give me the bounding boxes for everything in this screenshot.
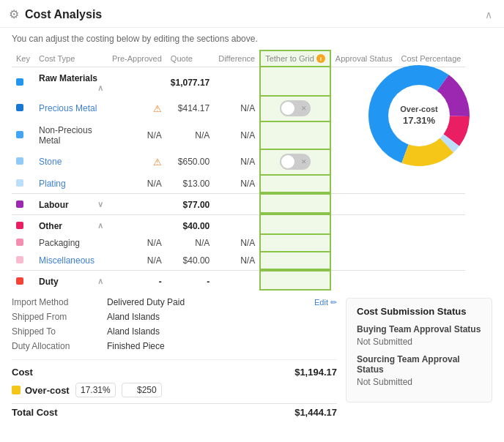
precious-metal-quote: $414.17 [166, 96, 214, 121]
donut-chart-container: Over-cost 17.31% [346, 50, 492, 174]
packaging-tether [260, 234, 330, 252]
totals-section: Cost $1,194.17 Over-cost Total Cost $1,4… [12, 359, 337, 420]
cost-analysis-icon: ⚙ [9, 7, 19, 21]
duty-chevron[interactable]: ∧ [97, 277, 103, 286]
non-precious-diff: N/A [214, 121, 260, 149]
non-precious-color [16, 131, 23, 138]
other-diff [214, 214, 260, 234]
overcost-row: Over-cost [12, 380, 337, 400]
stone-pre: ⚠ [108, 149, 166, 175]
raw-materials-chevron[interactable]: ∧ [97, 83, 103, 93]
shipped-from-value: Aland Islands [107, 312, 337, 322]
edit-pencil-icon: ✏ [330, 298, 337, 307]
page-title: Cost Analysis [25, 8, 102, 21]
labour-tether [260, 194, 330, 214]
raw-materials-pre [108, 67, 166, 96]
precious-metal-toggle[interactable]: ✕ [280, 100, 311, 116]
right-panel: Over-cost 17.31% [346, 50, 492, 291]
misc-color [16, 256, 23, 263]
non-precious-quote: N/A [166, 121, 214, 149]
tether-info-icon: i [316, 54, 325, 63]
stone-tether[interactable]: ✕ [260, 149, 330, 175]
misc-label: Miscellaneous [34, 252, 108, 269]
sourcing-team-value: Not Submitted [357, 377, 481, 387]
labour-chevron[interactable]: ∨ [97, 200, 103, 209]
labour-quote: $77.00 [166, 194, 214, 214]
col-header-difference: Difference [214, 50, 260, 67]
overcost-label: Over-cost [12, 385, 70, 396]
duty-quote: - [166, 271, 214, 291]
overcost-pct-input[interactable] [75, 383, 116, 397]
duty-allocation-label: Duty Allocation [12, 341, 107, 351]
toggle-knob [281, 155, 294, 168]
precious-metal-label: Precious Metal [34, 96, 108, 121]
import-method-value: Delivered Duty Paid [107, 297, 314, 307]
sourcing-team-label: Sourcing Team Approval Status [357, 354, 481, 375]
col-header-tether: Tether to Grid i [260, 50, 330, 67]
plating-color [16, 179, 23, 187]
main-content: Key Cost Type Pre-Approved Quote Differe… [0, 50, 504, 291]
misc-link[interactable]: Miscellaneous [39, 255, 94, 266]
overcost-value-input[interactable] [122, 383, 162, 397]
duty-pre: - [108, 271, 166, 291]
labour-pre [108, 194, 166, 214]
col-header-pre-approved: Pre-Approved [108, 50, 166, 67]
other-tether [260, 214, 330, 234]
other-color [16, 222, 23, 229]
duty-label: Duty ∧ [34, 271, 108, 291]
packaging-color [16, 239, 23, 246]
stone-toggle[interactable]: ✕ [280, 154, 311, 170]
status-panel-container: Cost Submission Status Buying Team Appro… [346, 291, 492, 420]
donut-label-line1: Over-cost [400, 104, 437, 114]
header-left: ⚙ Cost Analysis [9, 7, 102, 21]
bottom-left: Import Method Delivered Duty Paid Edit ✏… [12, 291, 337, 420]
duty-color [16, 277, 23, 285]
misc-pre: N/A [108, 252, 166, 269]
plating-link[interactable]: Plating [39, 179, 66, 189]
non-precious-pre: N/A [108, 121, 166, 149]
stone-label: Stone [34, 149, 108, 175]
bottom-section: Import Method Delivered Duty Paid Edit ✏… [0, 291, 504, 420]
donut-label-pct: 17.31% [400, 115, 437, 127]
plating-diff: N/A [214, 175, 260, 192]
labour-label: Labour ∨ [34, 194, 108, 214]
packaging-quote: N/A [166, 234, 214, 252]
duty-diff [214, 271, 260, 291]
precious-metal-diff: N/A [214, 96, 260, 121]
overcost-key-color [12, 386, 21, 394]
shipped-from-label: Shipped From [12, 312, 107, 322]
raw-materials-label: Raw Materials ∧ [34, 67, 108, 96]
edit-import-method[interactable]: Edit ✏ [314, 298, 337, 307]
sourcing-team-status: Sourcing Team Approval Status Not Submit… [357, 354, 481, 387]
other-chevron[interactable]: ∧ [97, 221, 103, 231]
buying-team-value: Not Submitted [357, 337, 481, 347]
other-pre [108, 214, 166, 234]
total-cost-label: Total Cost [12, 407, 58, 418]
duty-shipped-to-row: Shipped To Aland Islands [12, 324, 337, 339]
precious-metal-warning: ⚠ [153, 103, 162, 114]
collapse-button[interactable]: ∧ [485, 9, 492, 20]
stone-color [16, 157, 23, 165]
non-precious-tether [260, 121, 330, 149]
left-panel: Key Cost Type Pre-Approved Quote Differe… [12, 50, 337, 291]
raw-materials-color [16, 78, 23, 86]
labour-diff [214, 194, 260, 214]
shipped-to-value: Aland Islands [107, 326, 337, 337]
misc-quote: $40.00 [166, 252, 214, 269]
toggle-knob [281, 102, 294, 115]
stone-diff: N/A [214, 149, 260, 175]
misc-diff: N/A [214, 252, 260, 269]
plating-tether [260, 175, 330, 192]
status-panel-title: Cost Submission Status [357, 306, 481, 317]
labour-color [16, 201, 23, 208]
plating-pre: N/A [108, 175, 166, 192]
packaging-diff: N/A [214, 234, 260, 252]
duty-section: Import Method Delivered Duty Paid Edit ✏… [12, 295, 337, 353]
duty-shipped-from-row: Shipped From Aland Islands [12, 310, 337, 324]
precious-metal-pre: ⚠ [108, 96, 166, 121]
raw-materials-diff [214, 67, 260, 96]
precious-metal-link[interactable]: Precious Metal [39, 103, 97, 113]
precious-metal-color [16, 104, 23, 111]
precious-metal-tether[interactable]: ✕ [260, 96, 330, 121]
stone-link[interactable]: Stone [39, 157, 62, 167]
